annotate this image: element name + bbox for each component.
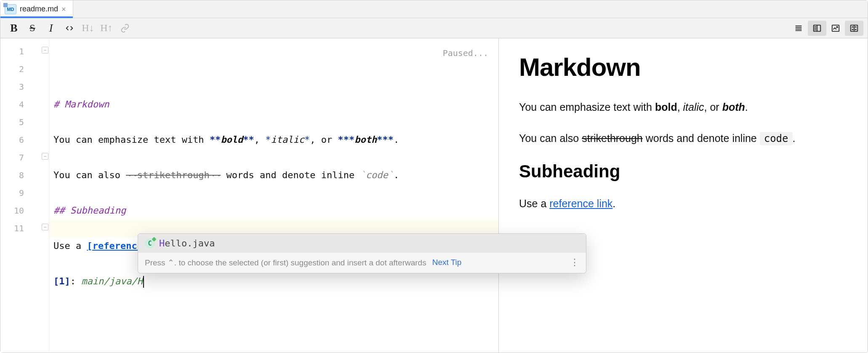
fold-column: − − − [31,38,49,353]
suggestion-item[interactable]: C Hello.java [138,234,586,253]
markdown-file-icon: MD [5,4,16,14]
preview-text: strikethrough [582,132,643,144]
code-text: You can emphasize text with [53,134,210,145]
code-text: ` [360,170,366,180]
preview-text: Use a [519,198,549,209]
code-text: words and denote inline [221,170,360,180]
formatting-toolbar: B S I H↓ H↑ [0,18,868,38]
preview-code: code [760,132,793,145]
code-text: [1] [53,276,70,286]
preview-paragraph: You can also strikethrough words and den… [519,131,847,147]
popup-hint-bar: Press ⌃. to choose the selected (or firs… [138,253,586,273]
suggestion-match: H [159,238,165,249]
code-text: bold [221,134,243,145]
code-text: , or [310,134,338,145]
code-text: ** [210,134,221,145]
code-text: *** [377,134,394,145]
next-tip-link[interactable]: Next Tip [432,258,462,267]
status-label: Paused... [443,44,488,62]
italic-button[interactable]: I [42,21,60,36]
preview-h1: Markdown [519,53,847,82]
code-text: italic [271,134,304,145]
code-text: ## Subheading [53,205,126,216]
preview-text: . [793,132,796,144]
fold-toggle-icon[interactable]: − [42,47,48,53]
heading-increase-button[interactable]: H↑ [97,21,116,36]
link-button[interactable] [116,21,134,36]
svg-point-10 [836,26,838,27]
code-text: * [304,134,310,145]
preview-link[interactable]: reference link [549,198,612,209]
preview-paragraph: You can emphasize text with bold, italic… [519,99,847,115]
editor-window: MD readme.md × B S I H↓ H↑ [0,0,868,353]
preview-text: You can emphasize text with [519,101,655,113]
code-text: . [394,134,399,145]
code-text: # Markdown [53,99,109,110]
preview-text: both [722,101,745,113]
source-editor[interactable]: 1234567891011 − − − Paused... # Markdown… [0,38,499,353]
preview-text: , [677,101,683,113]
code-text: * [265,134,271,145]
markdown-preview: Markdown You can emphasize text with bol… [499,38,868,353]
file-tab[interactable]: MD readme.md × [0,0,73,18]
preview-text: . [745,101,748,113]
fold-toggle-icon[interactable]: − [42,153,48,160]
suggestion-rest: ello.java [165,238,215,249]
code-text: ~~strikethrough~~ [126,170,221,180]
code-button[interactable] [60,21,79,36]
code-text: main/java/H [81,276,143,286]
code-text: ` [388,170,394,180]
bold-button[interactable]: B [5,21,23,36]
preview-paragraph: Use a reference link. [519,196,847,212]
preview-text: bold [655,101,677,113]
autocomplete-popup: C Hello.java Press ⌃. to choose the sele… [138,233,586,273]
editor-only-view-button[interactable] [789,21,808,36]
line-gutter: 1234567891011 [0,38,31,353]
close-icon[interactable]: × [61,5,66,13]
code-text: *** [338,134,355,145]
heading-decrease-button[interactable]: H↓ [79,21,97,36]
main-split: 1234567891011 − − − Paused... # Markdown… [0,38,868,353]
scroll-sync-button[interactable] [845,21,863,36]
preview-text: , or [704,101,722,113]
tab-bar: MD readme.md × [0,0,868,18]
code-text: Use a [53,241,87,251]
code-area[interactable]: Paused... # Markdown You can emphasize t… [49,38,498,353]
preview-only-view-button[interactable] [826,21,845,36]
text-caret [143,276,144,288]
preview-text: You can also [519,132,582,144]
preview-h2: Subheading [519,161,847,182]
code-text: . [394,170,399,180]
code-text: You can also [53,170,126,180]
split-view-button[interactable] [808,21,826,36]
tab-filename: readme.md [20,5,58,13]
code-text: code [366,170,388,180]
strikethrough-button[interactable]: S [23,21,42,36]
code-text: both [354,134,377,145]
more-options-icon[interactable]: ⋮ [570,257,580,268]
class-file-icon: C [145,238,155,249]
hint-text: Press ⌃. to choose the selected (or firs… [145,258,426,267]
fold-toggle-icon[interactable]: − [42,224,48,230]
preview-text: words and denote inline [643,132,760,144]
preview-text: italic [683,101,704,113]
code-text: : [70,276,82,286]
preview-text: . [612,198,615,209]
code-text: , [254,134,266,145]
code-text: ** [243,134,254,145]
